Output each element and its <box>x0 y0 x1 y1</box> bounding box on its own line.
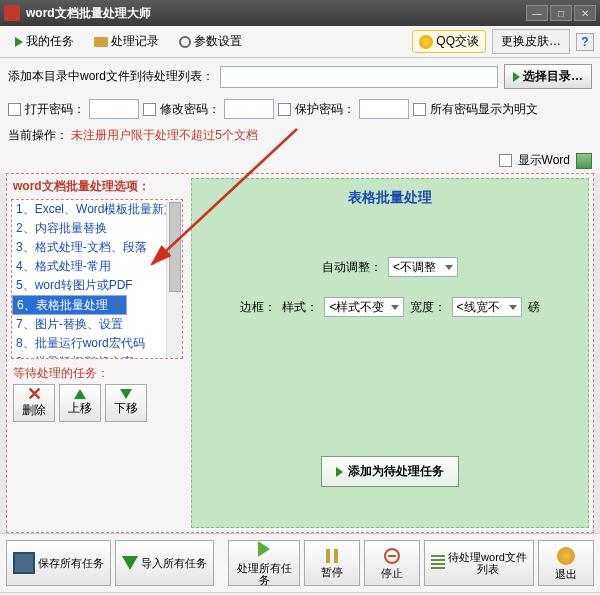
option-item-3[interactable]: 3、格式处理-文档、段落 <box>12 238 182 257</box>
app-icon <box>4 5 20 21</box>
pause-button[interactable]: 暂停 <box>304 540 360 586</box>
stop-icon <box>384 548 400 564</box>
qq-label: QQ交谈 <box>436 33 479 50</box>
bottom-bar: 保存所有任务 导入所有任务 处理所有任务 暂停 停止 待处理word文件列表 退… <box>0 533 600 592</box>
border-label: 边框： <box>240 299 276 316</box>
plain-pw-label: 所有密码显示为明文 <box>430 101 538 118</box>
gear-icon <box>179 36 191 48</box>
pending-list-button[interactable]: 待处理word文件列表 <box>424 540 534 586</box>
save-all-label: 保存所有任务 <box>38 557 104 569</box>
pending-list-label: 待处理word文件列表 <box>448 551 527 575</box>
stop-button[interactable]: 停止 <box>364 540 420 586</box>
process-all-label: 处理所有任务 <box>235 562 293 586</box>
help-button[interactable]: ? <box>576 33 594 51</box>
list-icon <box>431 555 445 571</box>
qq-chat-button[interactable]: QQ交谈 <box>412 30 486 53</box>
protect-pw-input[interactable] <box>359 99 409 119</box>
close-button[interactable]: ✕ <box>574 5 596 21</box>
options-scrollbar[interactable] <box>166 200 182 358</box>
directory-input[interactable] <box>220 66 498 88</box>
modify-pw-checkbox[interactable] <box>143 103 156 116</box>
settings-button[interactable]: 参数设置 <box>170 29 251 54</box>
exit-icon <box>557 547 575 565</box>
option-item-5[interactable]: 5、word转图片或PDF <box>12 276 182 295</box>
play-icon <box>15 37 23 47</box>
import-icon <box>122 556 138 570</box>
current-op-row: 当前操作： 未注册用户限于处理不超过5个文档 <box>0 123 600 148</box>
auto-adjust-label: 自动调整： <box>322 259 382 276</box>
down-icon <box>120 389 132 399</box>
current-op-prefix: 当前操作： <box>8 128 68 142</box>
option-item-2[interactable]: 2、内容批量替换 <box>12 219 182 238</box>
open-pw-checkbox[interactable] <box>8 103 21 116</box>
width-select[interactable]: <线宽不 <box>452 297 522 317</box>
modify-pw-label: 修改密码： <box>160 101 220 118</box>
save-all-button[interactable]: 保存所有任务 <box>6 540 111 586</box>
protect-pw-checkbox[interactable] <box>278 103 291 116</box>
process-all-button[interactable]: 处理所有任务 <box>228 540 300 586</box>
current-op-msg: 未注册用户限于处理不超过5个文档 <box>71 128 258 142</box>
modify-pw-input[interactable] <box>224 99 274 119</box>
app-title: word文档批量处理大师 <box>26 5 526 22</box>
open-pw-input[interactable] <box>89 99 139 119</box>
move-down-button[interactable]: 下移 <box>105 384 147 422</box>
qq-icon <box>419 35 433 49</box>
auto-adjust-select[interactable]: <不调整 <box>388 257 458 277</box>
option-item-8[interactable]: 8、批量运行word宏代码 <box>12 334 182 353</box>
disk-icon[interactable] <box>576 153 592 169</box>
play-icon <box>258 541 270 557</box>
plain-pw-checkbox[interactable] <box>413 103 426 116</box>
show-word-label: 显示Word <box>518 152 570 169</box>
save-icon <box>13 552 35 574</box>
show-word-row: 显示Word <box>0 148 600 173</box>
delete-button[interactable]: ✕ 删除 <box>13 384 55 422</box>
x-icon: ✕ <box>27 387 42 401</box>
import-all-button[interactable]: 导入所有任务 <box>115 540 214 586</box>
history-label: 处理记录 <box>111 33 159 50</box>
arrow-icon <box>336 467 343 477</box>
show-word-checkbox[interactable] <box>499 154 512 167</box>
exit-button[interactable]: 退出 <box>538 540 594 586</box>
right-panel: 表格批量处理 自动调整： <不调整 边框： 样式： <样式不变 宽度： <线宽不… <box>191 178 589 528</box>
select-dir-label: 选择目录… <box>523 68 583 85</box>
pending-header: 等待处理的任务： <box>7 359 187 384</box>
option-item-9[interactable]: 9、批量版权/随机文字 <box>12 353 182 359</box>
style-label: 样式： <box>282 299 318 316</box>
up-icon <box>74 389 86 399</box>
main-area: word文档批量处理选项： 1、Excel、Word模板批量新文件2、内容批量替… <box>6 173 594 533</box>
option-item-1[interactable]: 1、Excel、Word模板批量新文件 <box>12 200 182 219</box>
scrollbar-thumb[interactable] <box>169 202 181 292</box>
maximize-button[interactable]: □ <box>550 5 572 21</box>
width-label: 宽度： <box>410 299 446 316</box>
option-item-6[interactable]: 6、表格批量处理 <box>12 295 127 315</box>
exit-label: 退出 <box>555 568 577 580</box>
directory-row: 添加本目录中word文件到待处理列表： 选择目录… <box>0 58 600 95</box>
settings-label: 参数设置 <box>194 33 242 50</box>
option-item-7[interactable]: 7、图片-替换、设置 <box>12 315 182 334</box>
titlebar: word文档批量处理大师 — □ ✕ <box>0 0 600 26</box>
add-task-label: 添加为待处理任务 <box>348 463 444 480</box>
dir-label: 添加本目录中word文件到待处理列表： <box>8 68 214 85</box>
pause-icon <box>326 549 338 563</box>
options-header: word文档批量处理选项： <box>7 174 187 199</box>
my-tasks-label: 我的任务 <box>26 33 74 50</box>
skin-button[interactable]: 更换皮肤… <box>492 29 570 54</box>
my-tasks-button[interactable]: 我的任务 <box>6 29 83 54</box>
style-select[interactable]: <样式不变 <box>324 297 403 317</box>
delete-label: 删除 <box>22 402 46 419</box>
minimize-button[interactable]: — <box>526 5 548 21</box>
toolbar: 我的任务 处理记录 参数设置 QQ交谈 更换皮肤… ? <box>0 26 600 58</box>
history-button[interactable]: 处理记录 <box>85 29 168 54</box>
protect-pw-label: 保护密码： <box>295 101 355 118</box>
add-task-button[interactable]: 添加为待处理任务 <box>321 456 459 487</box>
down-label: 下移 <box>114 400 138 417</box>
password-row: 打开密码： 修改密码： 保护密码： 所有密码显示为明文 <box>0 95 600 123</box>
unit-label: 磅 <box>528 299 540 316</box>
import-all-label: 导入所有任务 <box>141 557 207 569</box>
select-directory-button[interactable]: 选择目录… <box>504 64 592 89</box>
up-label: 上移 <box>68 400 92 417</box>
pause-label: 暂停 <box>321 566 343 578</box>
option-item-4[interactable]: 4、格式处理-常用 <box>12 257 182 276</box>
move-up-button[interactable]: 上移 <box>59 384 101 422</box>
arrow-right-icon <box>513 72 520 82</box>
